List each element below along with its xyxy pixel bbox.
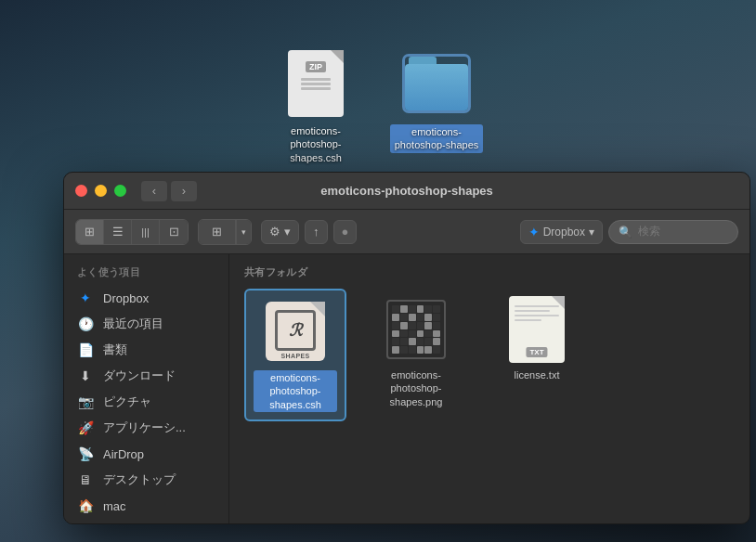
pictures-icon: 📷 xyxy=(77,394,94,410)
dropbox-dropdown-arrow: ▾ xyxy=(589,226,594,239)
sidebar-item-label-pictures: ピクチャ xyxy=(103,394,151,410)
sidebar-item-recents[interactable]: 🕐 最近の項目 xyxy=(64,311,228,337)
forward-button[interactable]: › xyxy=(171,181,197,201)
sidebar-item-dropbox[interactable]: ✦ Dropbox xyxy=(64,285,228,311)
dropbox-icon: ✦ xyxy=(528,225,540,239)
sidebar-section-label: よく使う項目 xyxy=(64,265,228,285)
back-icon: ‹ xyxy=(152,184,156,198)
sidebar-item-label-downloads: ダウンロード xyxy=(103,368,176,384)
sidebar-item-label-documents: 書類 xyxy=(103,342,127,358)
close-button[interactable] xyxy=(75,185,87,197)
minimize-button[interactable] xyxy=(95,185,107,197)
png-file-label: emoticons-photoshop-shapes.png xyxy=(372,368,460,408)
applications-icon: 🚀 xyxy=(77,419,94,436)
view-dropdown-group: ⊞ ▾ xyxy=(198,219,252,245)
share-icon: ↑ xyxy=(313,225,319,239)
documents-icon: 📄 xyxy=(77,342,94,358)
downloads-icon: ⬇ xyxy=(77,368,94,384)
desktop-icon: 🖥 xyxy=(77,471,94,488)
desktop: ZIP emoticons-photoshop-shapes.csh emoti… xyxy=(0,0,756,542)
sidebar-item-label-airdrop: AirDrop xyxy=(103,447,144,461)
dropbox-label: Dropbox xyxy=(543,226,585,239)
view-list-button[interactable]: ☰ xyxy=(104,220,132,244)
view-dropdown-button[interactable]: ⊞ xyxy=(199,220,236,244)
folder-icon-image xyxy=(405,46,468,121)
tag-icon: ● xyxy=(342,225,349,239)
file-grid: ℛ SHAPES emoticons-photoshop-shapes.csh xyxy=(244,289,735,421)
desktop-icon-zip[interactable]: ZIP emoticons-photoshop-shapes.csh xyxy=(269,46,362,164)
sidebar-item-downloads[interactable]: ⬇ ダウンロード xyxy=(64,363,228,389)
action-button[interactable]: ⚙ ▾ xyxy=(261,220,299,244)
content-area: 共有フォルダ ℛ SHAPES emoticons-photos xyxy=(229,254,749,523)
view-dropdown-arrow[interactable]: ▾ xyxy=(236,220,251,244)
toolbar: ⊞ ☰ ||| ⊡ ⊞ ▾ ⚙ ▾ xyxy=(64,210,749,254)
recents-icon: 🕐 xyxy=(77,316,94,332)
file-item-png[interactable]: emoticons-photoshop-shapes.png xyxy=(365,289,467,416)
sidebar-item-documents[interactable]: 📄 書類 xyxy=(64,337,228,363)
gallery-icon: ⊡ xyxy=(169,225,179,239)
file-item-csh[interactable]: ℛ SHAPES emoticons-photoshop-shapes.csh xyxy=(244,289,346,421)
content-section-label: 共有フォルダ xyxy=(244,265,735,279)
desktop-icons-area: ZIP emoticons-photoshop-shapes.csh emoti… xyxy=(269,46,483,164)
title-bar: ‹ › emoticons-photoshop-shapes xyxy=(64,173,749,210)
sidebar-item-desktop[interactable]: 🖥 デスクトップ xyxy=(64,467,228,493)
search-icon: 🔍 xyxy=(619,226,632,239)
view-mode-icon: ⊞ xyxy=(212,225,222,239)
nav-buttons: ‹ › xyxy=(141,181,197,201)
airdrop-icon: 📡 xyxy=(77,445,94,462)
view-icon-button[interactable]: ⊞ xyxy=(76,220,104,244)
sidebar-item-airdrop[interactable]: 📡 AirDrop xyxy=(64,441,228,467)
folder-icon-label: emoticons-photoshop-shapes xyxy=(390,124,483,153)
dropbox-toolbar-button[interactable]: ✦ Dropbox ▾ xyxy=(520,220,603,244)
sidebar-item-home[interactable]: 🏠 mac xyxy=(64,493,228,519)
dropbox-sidebar-icon: ✦ xyxy=(77,290,94,306)
sidebar-item-pictures[interactable]: 📷 ピクチャ xyxy=(64,389,228,415)
sidebar-item-label-desktop: デスクトップ xyxy=(103,471,176,488)
traffic-lights xyxy=(75,185,126,197)
list-icon: ☰ xyxy=(112,225,124,239)
columns-icon: ||| xyxy=(141,226,150,238)
file-item-txt[interactable]: TXT license.txt xyxy=(486,289,588,389)
png-file-icon xyxy=(383,296,450,363)
window-title: emoticons-photoshop-shapes xyxy=(320,184,493,198)
zip-icon-image: ZIP xyxy=(284,46,347,121)
view-column-button[interactable]: ||| xyxy=(132,220,160,244)
sidebar-item-label-recents: 最近の項目 xyxy=(103,316,163,332)
home-icon: 🏠 xyxy=(77,497,94,514)
forward-icon: › xyxy=(182,184,186,198)
sidebar-item-applications[interactable]: 🚀 アプリケーシ... xyxy=(64,415,228,441)
fullscreen-button[interactable] xyxy=(114,185,126,197)
view-gallery-button[interactable]: ⊡ xyxy=(160,220,188,244)
sidebar-item-label-dropbox: Dropbox xyxy=(103,291,149,305)
tag-button[interactable]: ● xyxy=(333,220,358,244)
sidebar: よく使う項目 ✦ Dropbox 🕐 最近の項目 📄 書類 ⬇ ダウンロード xyxy=(64,254,229,523)
sidebar-item-movies[interactable]: 🎬 ムービー xyxy=(64,519,228,523)
sidebar-item-label-home: mac xyxy=(103,499,126,513)
csh-a-glyph: ℛ xyxy=(289,320,302,341)
txt-file-label: license.txt xyxy=(515,368,560,381)
txt-file-icon: TXT xyxy=(503,296,570,363)
search-box[interactable]: 🔍 検索 xyxy=(608,220,738,244)
share-button[interactable]: ↑ xyxy=(305,220,328,244)
back-button[interactable]: ‹ xyxy=(141,181,167,201)
action-dropdown-arrow: ▾ xyxy=(284,225,291,239)
search-placeholder: 検索 xyxy=(638,224,660,239)
shapes-text: SHAPES xyxy=(281,353,310,359)
csh-file-icon: ℛ SHAPES xyxy=(262,298,329,365)
grid-icon: ⊞ xyxy=(85,225,95,239)
sidebar-item-label-applications: アプリケーシ... xyxy=(103,419,186,436)
desktop-icon-folder[interactable]: emoticons-photoshop-shapes xyxy=(390,46,483,153)
gear-icon: ⚙ xyxy=(269,225,280,239)
main-area: よく使う項目 ✦ Dropbox 🕐 最近の項目 📄 書類 ⬇ ダウンロード xyxy=(64,254,749,523)
finder-window: ‹ › emoticons-photoshop-shapes ⊞ ☰ ||| xyxy=(63,172,750,524)
view-button-group: ⊞ ☰ ||| ⊡ xyxy=(75,219,189,245)
zip-icon-label: emoticons-photoshop-shapes.csh xyxy=(269,124,362,164)
csh-file-label: emoticons-photoshop-shapes.csh xyxy=(254,370,337,412)
